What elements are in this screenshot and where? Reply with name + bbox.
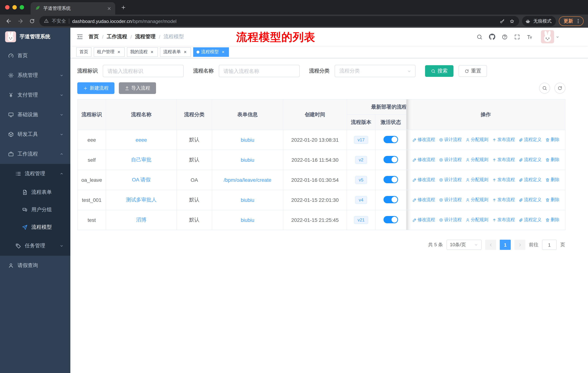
process-name-input[interactable] [219,65,300,77]
sidebar-item-process-form[interactable]: 流程表单 [0,184,70,201]
action-trash-link[interactable]: 删除 [545,137,559,143]
action-define-link[interactable]: 流程定义 [519,137,542,143]
action-define-link[interactable]: 流程定义 [519,177,542,183]
bookmark-star-icon[interactable] [509,18,515,24]
sidebar-item-process-mgmt[interactable]: 流程管理 [0,164,70,184]
sidebar-logo[interactable]: 芋道管理系统 [0,28,70,46]
action-publish-link[interactable]: 发布流程 [492,137,515,143]
view-tag[interactable]: 租户管理× [94,47,125,57]
action-design-link[interactable]: 设计流程 [439,197,462,203]
sidebar-item-infra[interactable]: 基础设施 [0,105,70,125]
breadcrumb-item[interactable]: 工作流程 [107,33,127,40]
action-trash-link[interactable]: 删除 [545,157,559,163]
browser-tab[interactable]: 芋道管理系统 [31,2,115,15]
page-number-button[interactable]: 1 [500,240,511,250]
sidebar-item-home[interactable]: 首页 [0,46,70,66]
goto-page-input[interactable] [542,240,557,250]
action-design-link[interactable]: 设计流程 [439,157,462,163]
action-trash-link[interactable]: 删除 [545,197,559,203]
sidebar-collapse-icon[interactable] [76,33,84,40]
window-minimize-button[interactable] [12,5,17,10]
process-name-link[interactable]: 测试多审批人 [126,197,157,202]
view-tag[interactable]: 我的流程× [127,47,158,57]
tag-close-icon[interactable]: × [183,49,188,54]
import-process-button[interactable]: 导入流程 [119,82,156,94]
help-icon[interactable] [502,34,508,40]
view-tag[interactable]: 流程模型× [193,47,229,57]
activation-toggle[interactable] [383,196,398,203]
action-publish-link[interactable]: 发布流程 [492,217,515,223]
browser-update-button[interactable]: 更新 [559,16,584,26]
tag-close-icon[interactable]: × [220,49,226,54]
back-icon[interactable] [4,17,13,26]
activation-toggle[interactable] [383,136,398,143]
process-name-link[interactable]: 自己审批 [131,157,151,162]
prev-page-button[interactable] [485,240,496,250]
sidebar-item-system[interactable]: 系统管理 [0,66,70,85]
view-tag[interactable]: 首页 [76,47,92,57]
reload-icon[interactable] [28,17,36,26]
action-edit-link[interactable]: 修改流程 [412,137,435,143]
form-info-link[interactable]: biubiu [241,137,254,143]
user-avatar[interactable] [541,30,560,43]
refresh-table-button[interactable] [555,83,565,94]
sidebar-item-process-model[interactable]: 流程模型 [0,219,70,236]
form-info-link[interactable]: biubiu [241,197,254,203]
tag-close-icon[interactable]: × [116,49,121,54]
activation-toggle[interactable] [383,156,398,163]
github-icon[interactable] [489,33,495,40]
sidebar-item-user-group[interactable]: 用户分组 [0,201,70,219]
browser-menu-icon[interactable] [575,18,581,24]
incognito-badge[interactable]: 无痕模式 [522,16,556,26]
action-define-link[interactable]: 流程定义 [519,217,542,223]
category-select[interactable]: 流程分类 [335,65,416,77]
action-design-link[interactable]: 设计流程 [439,177,462,183]
activation-toggle[interactable] [383,216,398,223]
page-size-select[interactable]: 10条/页 [447,240,482,250]
process-name-link[interactable]: 滔博 [136,217,146,222]
process-name-link[interactable]: eeee [136,137,147,143]
next-page-button[interactable] [514,240,525,250]
action-publish-link[interactable]: 发布流程 [492,197,515,203]
action-trash-link[interactable]: 删除 [545,177,559,183]
action-edit-link[interactable]: 修改流程 [412,157,435,163]
action-define-link[interactable]: 流程定义 [519,197,542,203]
form-info-link[interactable]: biubiu [241,157,254,163]
not-secure-warning-icon[interactable] [44,18,49,24]
reset-button[interactable]: 重置 [459,65,487,77]
action-publish-link[interactable]: 发布流程 [492,157,515,163]
process-name-link[interactable]: OA 请假 [132,177,151,182]
action-edit-link[interactable]: 修改流程 [412,217,435,223]
toggle-search-button[interactable] [539,83,550,94]
action-edit-link[interactable]: 修改流程 [412,177,435,183]
action-define-link[interactable]: 流程定义 [519,157,542,163]
activation-toggle[interactable] [383,176,398,183]
action-publish-link[interactable]: 发布流程 [492,177,515,183]
window-zoom-button[interactable] [20,5,24,10]
tab-close-icon[interactable] [107,6,112,11]
tag-close-icon[interactable]: × [149,49,155,54]
fullscreen-icon[interactable] [514,34,520,40]
action-design-link[interactable]: 设计流程 [439,137,462,143]
sidebar-item-devtools[interactable]: 研发工具 [0,125,70,144]
action-assign-link[interactable]: 分配规则 [465,177,488,183]
search-button[interactable]: 搜索 [425,65,453,77]
font-size-icon[interactable] [526,34,533,40]
view-tag[interactable]: 流程表单× [160,47,191,57]
sidebar-item-task-mgmt[interactable]: 任务管理 [0,236,70,256]
action-assign-link[interactable]: 分配规则 [465,157,488,163]
form-info-link[interactable]: /bpm/oa/leave/create [224,177,271,183]
header-search-icon[interactable] [476,34,483,40]
breadcrumb-item[interactable]: 首页 [89,33,99,40]
window-close-button[interactable] [5,5,10,10]
breadcrumb-item[interactable]: 流程管理 [135,33,156,40]
action-edit-link[interactable]: 修改流程 [412,197,435,203]
passwords-key-icon[interactable] [499,18,505,24]
action-assign-link[interactable]: 分配规则 [465,137,488,143]
forward-icon[interactable] [16,17,25,26]
address-bar[interactable]: 不安全 dashboard.yudao.iocoder.cn/bpm/manag… [39,16,519,26]
action-assign-link[interactable]: 分配规则 [465,217,488,223]
action-design-link[interactable]: 设计流程 [439,217,462,223]
sidebar-item-leave-query[interactable]: 请假查询 [0,256,70,275]
create-process-button[interactable]: 新建流程 [77,82,115,94]
